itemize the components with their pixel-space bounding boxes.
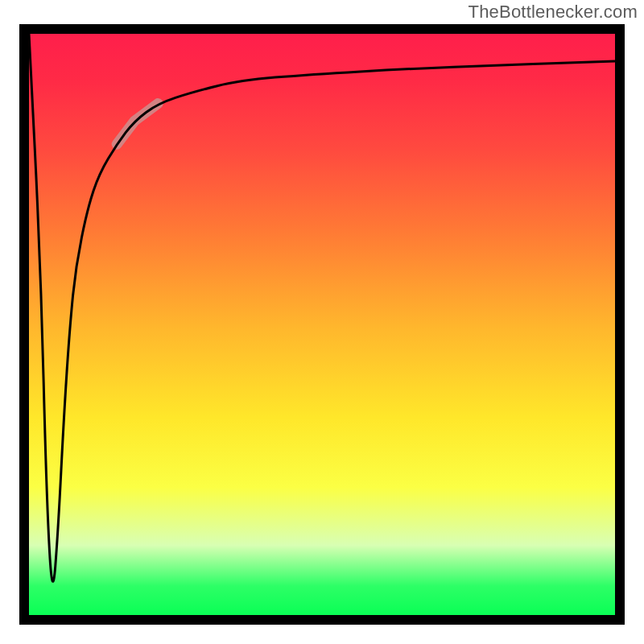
plot-frame — [19, 24, 625, 625]
gradient-background — [29, 34, 615, 615]
attribution-text: TheBottlenecker.com — [469, 2, 638, 23]
chart-stage: TheBottlenecker.com — [0, 0, 644, 644]
